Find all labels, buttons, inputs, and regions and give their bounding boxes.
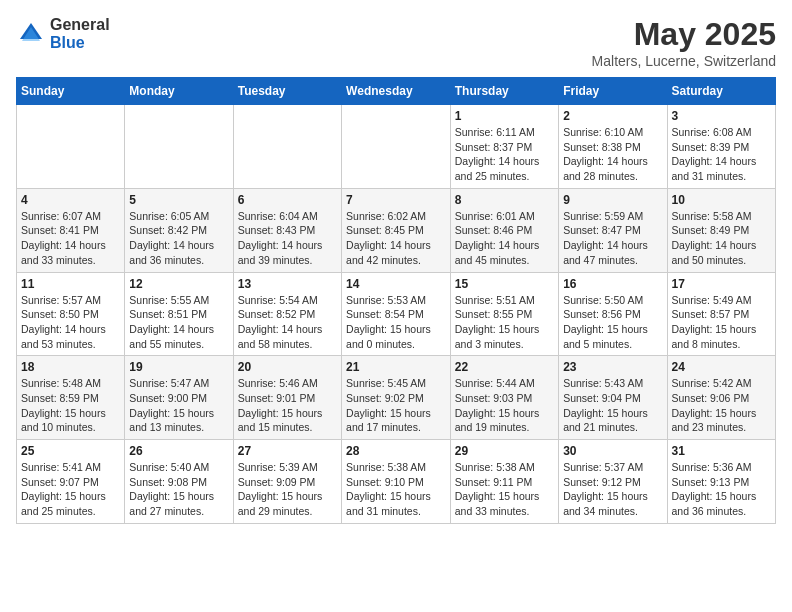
calendar-cell: 16Sunrise: 5:50 AM Sunset: 8:56 PM Dayli… [559,272,667,356]
day-info: Sunrise: 6:07 AM Sunset: 8:41 PM Dayligh… [21,209,120,268]
calendar-cell: 25Sunrise: 5:41 AM Sunset: 9:07 PM Dayli… [17,440,125,524]
calendar-cell: 6Sunrise: 6:04 AM Sunset: 8:43 PM Daylig… [233,188,341,272]
day-number: 11 [21,277,120,291]
month-title: May 2025 [592,16,776,53]
calendar-cell: 21Sunrise: 5:45 AM Sunset: 9:02 PM Dayli… [342,356,451,440]
day-number: 9 [563,193,662,207]
calendar-cell [125,105,233,189]
calendar-cell: 9Sunrise: 5:59 AM Sunset: 8:47 PM Daylig… [559,188,667,272]
day-info: Sunrise: 6:01 AM Sunset: 8:46 PM Dayligh… [455,209,554,268]
week-row-3: 11Sunrise: 5:57 AM Sunset: 8:50 PM Dayli… [17,272,776,356]
week-row-5: 25Sunrise: 5:41 AM Sunset: 9:07 PM Dayli… [17,440,776,524]
day-info: Sunrise: 6:04 AM Sunset: 8:43 PM Dayligh… [238,209,337,268]
day-number: 23 [563,360,662,374]
day-info: Sunrise: 5:38 AM Sunset: 9:10 PM Dayligh… [346,460,446,519]
day-info: Sunrise: 5:50 AM Sunset: 8:56 PM Dayligh… [563,293,662,352]
day-info: Sunrise: 5:40 AM Sunset: 9:08 PM Dayligh… [129,460,228,519]
day-info: Sunrise: 5:54 AM Sunset: 8:52 PM Dayligh… [238,293,337,352]
day-number: 6 [238,193,337,207]
day-number: 1 [455,109,554,123]
day-number: 4 [21,193,120,207]
calendar-cell: 4Sunrise: 6:07 AM Sunset: 8:41 PM Daylig… [17,188,125,272]
day-number: 18 [21,360,120,374]
day-info: Sunrise: 5:51 AM Sunset: 8:55 PM Dayligh… [455,293,554,352]
day-number: 27 [238,444,337,458]
day-number: 17 [672,277,772,291]
day-info: Sunrise: 5:36 AM Sunset: 9:13 PM Dayligh… [672,460,772,519]
calendar-cell: 10Sunrise: 5:58 AM Sunset: 8:49 PM Dayli… [667,188,776,272]
column-header-tuesday: Tuesday [233,78,341,105]
logo-blue-text: Blue [50,34,110,52]
day-number: 13 [238,277,337,291]
day-number: 8 [455,193,554,207]
day-number: 7 [346,193,446,207]
day-number: 19 [129,360,228,374]
day-info: Sunrise: 6:05 AM Sunset: 8:42 PM Dayligh… [129,209,228,268]
calendar-cell: 13Sunrise: 5:54 AM Sunset: 8:52 PM Dayli… [233,272,341,356]
day-info: Sunrise: 5:55 AM Sunset: 8:51 PM Dayligh… [129,293,228,352]
week-row-2: 4Sunrise: 6:07 AM Sunset: 8:41 PM Daylig… [17,188,776,272]
day-info: Sunrise: 6:08 AM Sunset: 8:39 PM Dayligh… [672,125,772,184]
day-info: Sunrise: 5:48 AM Sunset: 8:59 PM Dayligh… [21,376,120,435]
day-info: Sunrise: 5:53 AM Sunset: 8:54 PM Dayligh… [346,293,446,352]
day-number: 3 [672,109,772,123]
calendar-cell: 24Sunrise: 5:42 AM Sunset: 9:06 PM Dayli… [667,356,776,440]
day-info: Sunrise: 5:47 AM Sunset: 9:00 PM Dayligh… [129,376,228,435]
day-number: 25 [21,444,120,458]
calendar-cell: 19Sunrise: 5:47 AM Sunset: 9:00 PM Dayli… [125,356,233,440]
column-header-sunday: Sunday [17,78,125,105]
day-number: 20 [238,360,337,374]
day-info: Sunrise: 5:42 AM Sunset: 9:06 PM Dayligh… [672,376,772,435]
calendar-cell: 5Sunrise: 6:05 AM Sunset: 8:42 PM Daylig… [125,188,233,272]
calendar-cell: 14Sunrise: 5:53 AM Sunset: 8:54 PM Dayli… [342,272,451,356]
day-number: 10 [672,193,772,207]
day-number: 5 [129,193,228,207]
day-info: Sunrise: 5:39 AM Sunset: 9:09 PM Dayligh… [238,460,337,519]
location: Malters, Lucerne, Switzerland [592,53,776,69]
calendar-cell: 31Sunrise: 5:36 AM Sunset: 9:13 PM Dayli… [667,440,776,524]
column-header-saturday: Saturday [667,78,776,105]
day-info: Sunrise: 5:59 AM Sunset: 8:47 PM Dayligh… [563,209,662,268]
logo-icon [16,19,46,49]
day-info: Sunrise: 6:11 AM Sunset: 8:37 PM Dayligh… [455,125,554,184]
calendar-cell: 27Sunrise: 5:39 AM Sunset: 9:09 PM Dayli… [233,440,341,524]
calendar-cell: 15Sunrise: 5:51 AM Sunset: 8:55 PM Dayli… [450,272,558,356]
title-block: May 2025 Malters, Lucerne, Switzerland [592,16,776,69]
day-number: 16 [563,277,662,291]
column-header-wednesday: Wednesday [342,78,451,105]
week-row-1: 1Sunrise: 6:11 AM Sunset: 8:37 PM Daylig… [17,105,776,189]
day-info: Sunrise: 5:49 AM Sunset: 8:57 PM Dayligh… [672,293,772,352]
day-number: 2 [563,109,662,123]
day-number: 14 [346,277,446,291]
calendar-header-row: SundayMondayTuesdayWednesdayThursdayFrid… [17,78,776,105]
calendar-cell: 22Sunrise: 5:44 AM Sunset: 9:03 PM Dayli… [450,356,558,440]
day-info: Sunrise: 5:58 AM Sunset: 8:49 PM Dayligh… [672,209,772,268]
calendar-cell [342,105,451,189]
day-info: Sunrise: 5:46 AM Sunset: 9:01 PM Dayligh… [238,376,337,435]
calendar-cell: 29Sunrise: 5:38 AM Sunset: 9:11 PM Dayli… [450,440,558,524]
day-info: Sunrise: 5:38 AM Sunset: 9:11 PM Dayligh… [455,460,554,519]
day-number: 21 [346,360,446,374]
calendar-cell: 3Sunrise: 6:08 AM Sunset: 8:39 PM Daylig… [667,105,776,189]
column-header-monday: Monday [125,78,233,105]
calendar-cell: 28Sunrise: 5:38 AM Sunset: 9:10 PM Dayli… [342,440,451,524]
day-info: Sunrise: 5:57 AM Sunset: 8:50 PM Dayligh… [21,293,120,352]
week-row-4: 18Sunrise: 5:48 AM Sunset: 8:59 PM Dayli… [17,356,776,440]
calendar-table: SundayMondayTuesdayWednesdayThursdayFrid… [16,77,776,524]
calendar-cell: 12Sunrise: 5:55 AM Sunset: 8:51 PM Dayli… [125,272,233,356]
day-info: Sunrise: 6:10 AM Sunset: 8:38 PM Dayligh… [563,125,662,184]
day-number: 28 [346,444,446,458]
page-header: General Blue May 2025 Malters, Lucerne, … [16,16,776,69]
calendar-cell: 1Sunrise: 6:11 AM Sunset: 8:37 PM Daylig… [450,105,558,189]
day-number: 22 [455,360,554,374]
day-info: Sunrise: 5:41 AM Sunset: 9:07 PM Dayligh… [21,460,120,519]
day-number: 31 [672,444,772,458]
column-header-thursday: Thursday [450,78,558,105]
day-number: 29 [455,444,554,458]
calendar-cell: 23Sunrise: 5:43 AM Sunset: 9:04 PM Dayli… [559,356,667,440]
logo-text: General Blue [50,16,110,51]
calendar-cell: 11Sunrise: 5:57 AM Sunset: 8:50 PM Dayli… [17,272,125,356]
day-number: 30 [563,444,662,458]
calendar-cell: 18Sunrise: 5:48 AM Sunset: 8:59 PM Dayli… [17,356,125,440]
day-info: Sunrise: 5:44 AM Sunset: 9:03 PM Dayligh… [455,376,554,435]
